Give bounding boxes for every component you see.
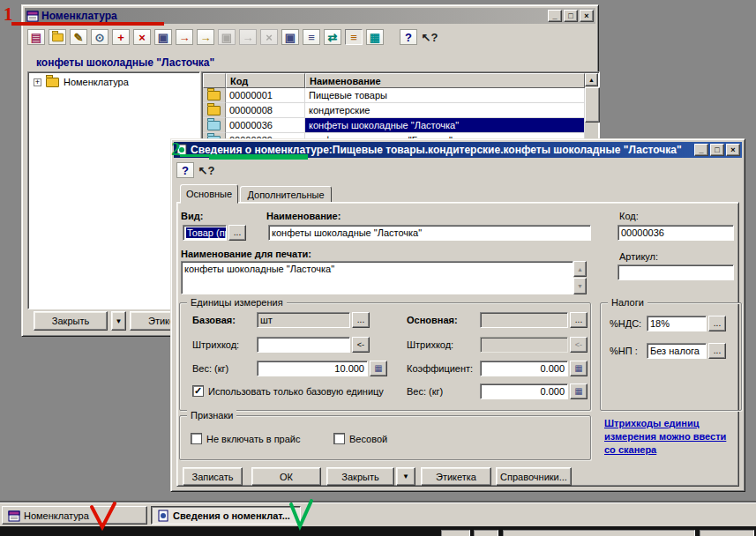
- edit-icon[interactable]: ✎: [70, 29, 87, 45]
- duplicate-icon: ▣: [218, 29, 236, 45]
- description-icon[interactable]: ≡: [303, 29, 320, 45]
- status-panel: [503, 530, 695, 536]
- weighted-checkbox[interactable]: [333, 433, 345, 444]
- taskbar-item-label: Сведения о номенклат...: [173, 510, 290, 521]
- base-unit-browse-button[interactable]: ...: [352, 312, 370, 328]
- scrollbar-thumb[interactable]: [585, 87, 600, 123]
- taxes-group: Налоги %НДС: 18% ... %НП : Без налога ..…: [600, 302, 742, 411]
- help-icon[interactable]: ?: [400, 29, 417, 45]
- label-button[interactable]: Этикетка: [421, 467, 491, 486]
- cell-code: 00000036: [226, 118, 305, 133]
- close-list-button[interactable]: Закрыть: [34, 311, 108, 331]
- dialog-title: Сведения о номенклатуре:Пищевые товары.к…: [191, 144, 692, 156]
- copy-icon[interactable]: ▣: [281, 29, 299, 45]
- new-group-icon[interactable]: [49, 29, 66, 45]
- article-input[interactable]: [618, 264, 734, 280]
- board-icon[interactable]: ▦: [366, 29, 384, 45]
- expand-icon[interactable]: +: [34, 78, 41, 86]
- tab-additional-label: Дополнительные: [247, 190, 324, 200]
- taskbar-item-nomenclature[interactable]: Номенклатура: [2, 506, 147, 525]
- delete-row-icon[interactable]: ×: [133, 29, 151, 45]
- np-browse-button[interactable]: ...: [708, 343, 726, 359]
- taskbar-item-details[interactable]: Сведения о номенклат...: [151, 506, 301, 525]
- vat-browse-button[interactable]: ...: [708, 316, 726, 331]
- code-input[interactable]: 00000036: [618, 225, 734, 241]
- coefficient-calc-icon[interactable]: ▦: [570, 361, 588, 376]
- tree-item-nomenclature[interactable]: + Номенклатура: [28, 72, 199, 87]
- input-on-basis-icon[interactable]: ⇄: [324, 29, 341, 45]
- close-button[interactable]: ×: [726, 144, 740, 156]
- table-row[interactable]: 00000008 кондитерские: [203, 103, 585, 118]
- close-button[interactable]: ×: [580, 10, 594, 22]
- vid-value: Товар (пр.: [186, 227, 227, 238]
- weight-input[interactable]: 10.000: [257, 361, 368, 376]
- np-label: %НП :: [610, 346, 638, 356]
- move-to-group-icon[interactable]: →: [197, 29, 214, 45]
- spin-down-icon[interactable]: ▼: [573, 278, 587, 294]
- folder-icon: [52, 33, 64, 41]
- table-row[interactable]: 00000001 Пищевые товары: [203, 88, 585, 103]
- weight2-input[interactable]: 0.000: [480, 383, 568, 399]
- only-base-checkbox[interactable]: ✓: [192, 385, 204, 397]
- move-row-icon[interactable]: →: [176, 29, 193, 45]
- main-unit-browse-button[interactable]: ...: [570, 312, 588, 328]
- references-button[interactable]: Справочники...: [496, 467, 572, 486]
- np-input[interactable]: Без налога: [647, 343, 707, 359]
- close-dropdown-icon[interactable]: ▼: [111, 311, 126, 331]
- tree-item-label: Номенклатура: [64, 77, 129, 87]
- dialog-toolbar: ?↖?: [176, 160, 215, 181]
- context-help-icon[interactable]: ↖?: [198, 162, 215, 178]
- barcode-label: Штрихкод:: [192, 339, 239, 350]
- add-row-icon[interactable]: +: [112, 29, 130, 45]
- barcode-input[interactable]: [257, 337, 350, 353]
- window-title: Номенклатура: [41, 10, 545, 22]
- header-icon-column[interactable]: [203, 73, 226, 88]
- context-help-icon[interactable]: ↖?: [421, 29, 438, 45]
- cell-name: Пищевые товары: [305, 88, 585, 103]
- dialog-titlebar[interactable]: Сведения о номенклатуре:Пищевые товары.к…: [174, 142, 742, 158]
- weight2-calc-icon[interactable]: ▦: [570, 383, 588, 399]
- ok-button[interactable]: ОК: [251, 467, 321, 486]
- base-unit-label: Базовая:: [192, 315, 236, 325]
- base-unit-input[interactable]: шт: [257, 312, 350, 328]
- maximize-button[interactable]: □: [710, 144, 724, 156]
- cell-code: 00000008: [226, 103, 305, 118]
- close-dropdown-icon[interactable]: ▼: [396, 467, 415, 486]
- scroll-up-icon[interactable]: ▲: [585, 73, 598, 86]
- hierarchy-view-icon[interactable]: ≡: [345, 29, 363, 45]
- vat-input[interactable]: 18%: [647, 316, 707, 331]
- save-button[interactable]: Записать: [183, 467, 243, 486]
- vid-browse-button[interactable]: ...: [228, 225, 246, 241]
- new-item-icon[interactable]: ▤: [27, 29, 45, 45]
- cell-name: кондитерские: [305, 103, 585, 118]
- main-toolbar: ▤✎⊙+×▣→→▣→×▣≡⇄≡▦?↖?: [27, 26, 593, 48]
- send-icon: →: [239, 29, 257, 45]
- copy-row-icon[interactable]: ▣: [154, 29, 172, 45]
- minimize-button[interactable]: _: [694, 144, 708, 156]
- weight-calc-icon[interactable]: ▦: [370, 361, 387, 376]
- view-icon[interactable]: ⊙: [91, 29, 109, 45]
- minimize-button[interactable]: _: [548, 10, 562, 22]
- maximize-button[interactable]: □: [564, 10, 578, 22]
- spin-up-icon[interactable]: ▲: [573, 261, 587, 277]
- barcode-hint-link[interactable]: Штрихкоды единиц измерения можно ввести …: [604, 417, 738, 457]
- nomenclature-titlebar[interactable]: Номенклатура _ □ ×: [25, 8, 595, 24]
- coefficient-input[interactable]: 0.000: [480, 361, 568, 376]
- code-label: Код:: [619, 211, 639, 221]
- print-name-input[interactable]: конфеты шоколадные "Ласточка": [181, 261, 573, 294]
- table-row-selected[interactable]: 00000036 конфеты шоколадные "Ласточка": [203, 118, 585, 133]
- barcode-scan-button[interactable]: <-: [352, 337, 370, 353]
- no-price-checkbox[interactable]: [191, 433, 202, 444]
- vid-label: Вид:: [181, 211, 203, 221]
- main-unit-input[interactable]: [480, 312, 568, 328]
- tab-main[interactable]: Основные: [180, 184, 238, 204]
- cut-icon: ×: [260, 29, 278, 45]
- help-icon[interactable]: ?: [176, 162, 194, 178]
- name-input[interactable]: конфеты шоколадные "Ласточка": [268, 225, 591, 241]
- tab-additional[interactable]: Дополнительные: [240, 186, 332, 203]
- app-icon: [26, 10, 39, 22]
- header-code[interactable]: Код: [226, 73, 305, 88]
- header-name[interactable]: Наименование: [305, 73, 585, 88]
- close-dialog-button[interactable]: Закрыть: [326, 467, 394, 486]
- vid-input[interactable]: Товар (пр.: [183, 225, 227, 241]
